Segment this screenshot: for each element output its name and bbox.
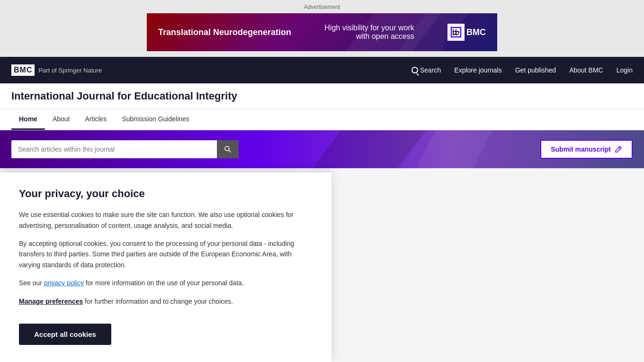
explore-journals-link[interactable]: Explore journals [454, 66, 501, 74]
submit-manuscript-button[interactable]: Submit manuscript [540, 140, 633, 159]
journal-title: International Journal for Educational In… [11, 90, 633, 102]
submit-manuscript-label: Submit manuscript [551, 145, 611, 153]
bmc-logo-svg [449, 26, 463, 39]
cookie-text-3-prefix: See our [19, 279, 44, 287]
search-label: Search [420, 66, 441, 74]
search-link[interactable]: Search [411, 66, 441, 74]
search-input[interactable] [11, 141, 217, 158]
journal-title-bar: International Journal for Educational In… [0, 83, 644, 109]
journal-nav-item-submission[interactable]: Submission Guidelines [114, 109, 197, 130]
journal-nav-list: Home About Articles Submission Guideline… [11, 109, 633, 130]
search-submit-icon [224, 145, 232, 154]
top-nav: BMC Part of Springer Nature Search Explo… [0, 57, 644, 83]
privacy-policy-label: privacy policy [44, 279, 84, 287]
svg-line-2 [229, 150, 231, 152]
pencil-icon [615, 145, 622, 153]
journal-nav-label-about: About [53, 115, 70, 123]
cookie-text-3-suffix: for more information on the use of your … [84, 279, 244, 287]
cookie-title: Your privacy, your choice [19, 188, 313, 200]
bmc-logo[interactable]: BMC [11, 64, 35, 76]
get-published-link[interactable]: Get published [515, 66, 556, 74]
bmc-logo-box [447, 24, 465, 41]
cookie-text-1: We use essential cookies to make sure th… [19, 209, 313, 231]
about-bmc-label: About BMC [569, 66, 603, 74]
get-published-label: Get published [515, 66, 556, 74]
search-input-area[interactable] [11, 140, 239, 158]
accept-all-cookies-button[interactable]: Accept all cookies [19, 324, 111, 345]
search-icon [411, 67, 418, 73]
ad-text-left: Translational Neurodegeneration [158, 27, 291, 37]
accept-all-cookies-label: Accept all cookies [34, 330, 96, 338]
journal-nav-link-about[interactable]: About [45, 109, 78, 130]
page-content: Advertisement Translational Neurodegener… [0, 0, 644, 168]
search-submit-button[interactable] [217, 140, 239, 158]
journal-nav-item-articles[interactable]: Articles [78, 109, 115, 130]
ad-text-right: High visibility for your work with open … [324, 24, 414, 41]
search-banner: Submit manuscript [0, 130, 644, 168]
login-label: Login [617, 66, 633, 74]
springer-text: Part of Springer Nature [38, 67, 102, 74]
advertisement-section: Advertisement Translational Neurodegener… [0, 0, 644, 57]
journal-nav-item-home[interactable]: Home [11, 109, 45, 130]
ad-tagline2: with open access [324, 32, 414, 41]
journal-nav-label-submission: Submission Guidelines [122, 115, 189, 123]
manage-preferences-link[interactable]: Manage preferences [19, 298, 83, 305]
svg-line-3 [619, 147, 620, 149]
journal-nav-link-articles[interactable]: Articles [78, 109, 115, 130]
cookie-text-4: Manage preferences for further informati… [19, 296, 313, 307]
ad-bmc-text: BMC [466, 27, 486, 37]
about-bmc-link[interactable]: About BMC [569, 66, 603, 74]
journal-nav-link-submission[interactable]: Submission Guidelines [114, 109, 197, 130]
top-nav-links: Search Explore journals Get published Ab… [411, 66, 633, 74]
journal-nav-link-home[interactable]: Home [11, 109, 45, 130]
cookie-overlay: Your privacy, your choice We use essenti… [0, 172, 331, 362]
login-link[interactable]: Login [617, 66, 633, 74]
journal-nav-item-about[interactable]: About [45, 109, 78, 130]
journal-nav: Home About Articles Submission Guideline… [0, 109, 644, 130]
journal-nav-label-home: Home [19, 115, 37, 123]
manage-prefs-suffix: for further information and to change yo… [83, 298, 233, 305]
journal-nav-label-articles: Articles [85, 115, 107, 123]
ad-tagline: High visibility for your work [324, 24, 414, 32]
privacy-policy-link[interactable]: privacy policy [44, 279, 84, 287]
explore-journals-label: Explore journals [454, 66, 501, 74]
cookie-text-3: See our privacy policy for more informat… [19, 278, 313, 288]
ad-label: Advertisement [0, 4, 644, 10]
ad-banner[interactable]: Translational Neurodegeneration High vis… [147, 13, 497, 51]
bmc-logo-text: BMC [14, 66, 32, 74]
cookie-text-2: By accepting optional cookies, you conse… [19, 238, 313, 270]
bmc-logo-area[interactable]: BMC Part of Springer Nature [11, 64, 102, 76]
ad-title: Translational Neurodegeneration [158, 27, 291, 37]
manage-preferences-label: Manage preferences [19, 298, 83, 305]
ad-bmc-logo: BMC [447, 24, 486, 41]
